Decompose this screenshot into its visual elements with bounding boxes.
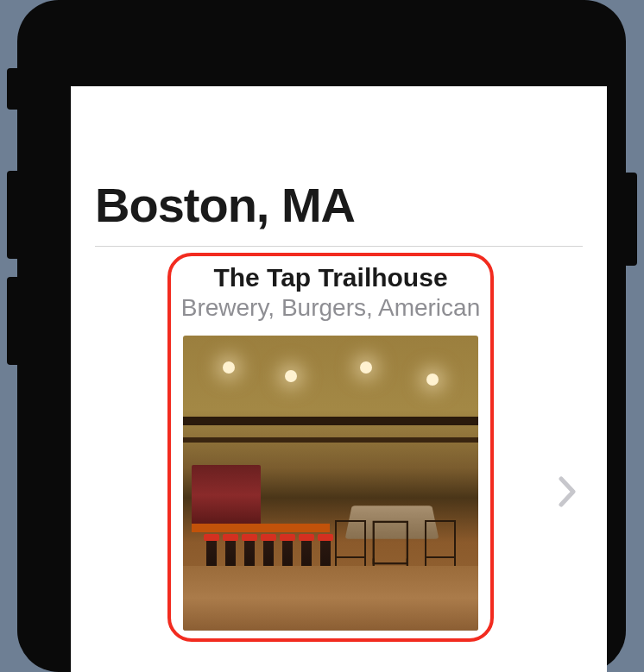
ceiling-light-icon: [360, 361, 372, 374]
chevron-right-icon[interactable]: [559, 476, 578, 511]
restaurant-card[interactable]: The Tap Trailhouse Brewery, Burgers, Ame…: [167, 253, 494, 642]
bar-counter: [192, 524, 330, 532]
phone-frame: Boston, MA The Tap Trailhouse Brewery, B…: [17, 0, 626, 672]
ceiling-beam: [183, 417, 478, 425]
ceiling-light-icon: [223, 361, 235, 374]
bar-back: [192, 465, 261, 525]
ceiling-light-icon: [285, 370, 297, 382]
floor: [183, 566, 478, 631]
restaurant-image: [183, 336, 478, 631]
bar-area: [192, 465, 330, 577]
ceiling-light-icon: [426, 374, 439, 386]
restaurant-categories: Brewery, Burgers, American: [171, 294, 490, 322]
location-title: Boston, MA: [95, 177, 355, 233]
app-screen: Boston, MA The Tap Trailhouse Brewery, B…: [71, 86, 607, 672]
title-divider: [95, 246, 583, 247]
restaurant-name: The Tap Trailhouse: [171, 263, 490, 292]
ceiling-beam: [183, 437, 478, 443]
